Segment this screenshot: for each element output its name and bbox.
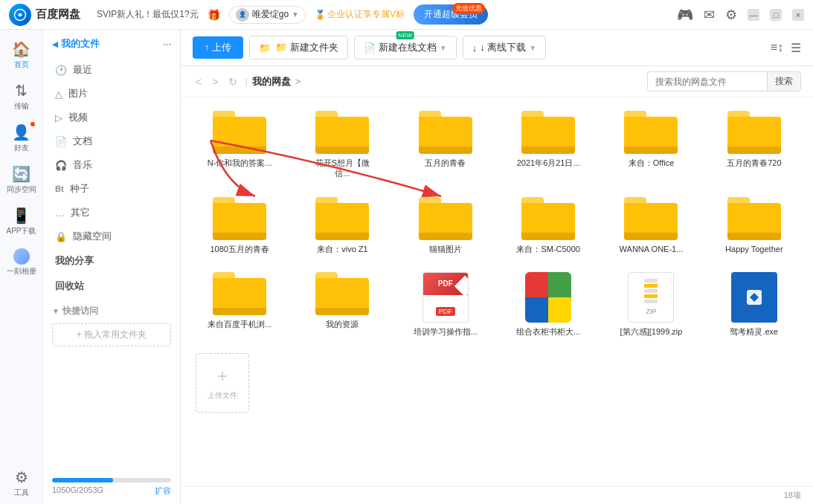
new-doc-icon: 📄 [364, 42, 376, 54]
file-item-3[interactable]: 2021年6月21日... [501, 106, 595, 184]
filetree-item-other[interactable]: … 其它 [43, 201, 180, 224]
new-folder-button[interactable]: 📁 📁 新建文件夹 [249, 36, 348, 59]
recent-label: 最近 [73, 63, 92, 77]
game-icon[interactable]: 🎮 [677, 7, 693, 23]
download-button[interactable]: ↓ ↓ 离线下载 ▼ [463, 36, 547, 59]
maximize-button[interactable]: □ [770, 9, 782, 21]
filetree-item-photos[interactable]: △ 图片 [43, 82, 180, 106]
zip-icon: ZIP [628, 272, 674, 323]
back-button[interactable]: < [193, 74, 205, 89]
nav-home-label: 首页 [14, 59, 29, 70]
file-item-2[interactable]: 五月的青春 [399, 106, 492, 184]
folder-icon-7 [315, 197, 369, 240]
filetree: ◀ 我的文件 ··· 🕐 最近 △ 图片 ▷ 视频 📄 文档 🎧 音乐 Bt 种… [43, 30, 181, 504]
nav-friends-label: 好友 [14, 143, 29, 153]
new-doc-button[interactable]: NEW 📄 新建在线文档 ▼ [354, 36, 457, 59]
mail-icon[interactable]: ✉ [704, 7, 715, 23]
file-item-13[interactable]: 我的资源 [295, 268, 389, 341]
add-quick-label: + 拖入常用文件夹 [77, 329, 147, 340]
status-bar: 18项 [181, 486, 813, 504]
upload-placeholder[interactable]: + 上传文件 [196, 353, 249, 413]
file-item-6[interactable]: 1080五月的青春 [193, 193, 286, 259]
file-name-6: 1080五月的青春 [210, 244, 269, 254]
music-icon: 🎧 [55, 160, 67, 171]
storage-fill [52, 478, 113, 482]
folder-icon-3 [521, 111, 575, 154]
my-share-section[interactable]: 我的分享 [43, 248, 180, 274]
promo-text: SVIP新人礼！最低仅1?元 [97, 8, 199, 21]
filetree-item-docs[interactable]: 📄 文档 [43, 129, 180, 153]
search-button[interactable]: 搜索 [767, 72, 800, 91]
storage-bar-section: 1050G/2053G 扩容 [43, 471, 180, 504]
file-item-9[interactable]: 来自：SM-C5000 [501, 193, 595, 259]
refresh-button[interactable]: ↻ [225, 74, 240, 89]
file-item-14[interactable]: PDF PDF 培训学习操作指... [399, 268, 492, 341]
filetree-item-music[interactable]: 🎧 音乐 [43, 153, 180, 177]
filetree-more-icon[interactable]: ··· [163, 39, 171, 50]
search-input[interactable] [648, 74, 767, 90]
file-name-14: 培训学习操作指... [414, 326, 478, 337]
file-name-0: N-你和我的答案... [208, 158, 272, 168]
breadcrumb-root[interactable]: 我的网盘 [252, 75, 291, 88]
close-button[interactable]: × [792, 9, 804, 21]
view-icon[interactable]: ☰ [791, 41, 801, 55]
filetree-item-recent[interactable]: 🕐 最近 [43, 58, 180, 82]
file-item-1[interactable]: 花开S想月【微信... [295, 106, 389, 184]
file-item-7[interactable]: 来自：vivo Z1 [295, 193, 389, 259]
file-item-8[interactable]: 猫猫图片 [399, 193, 492, 259]
file-name-5: 五月的青春720 [727, 158, 781, 168]
storage-used: 1050G/2053G [52, 485, 103, 497]
file-item-4[interactable]: 来自：Office [604, 106, 698, 184]
filetree-item-torrent[interactable]: Bt 种子 [43, 177, 180, 201]
settings-icon[interactable]: ⚙ [725, 7, 737, 23]
file-item-12[interactable]: 来自百度手机浏... [193, 268, 286, 341]
file-name-7: 来自：vivo Z1 [317, 244, 367, 254]
user-area[interactable]: 👤 唯爱绽go ▼ [229, 6, 306, 24]
exe-icon [731, 272, 777, 323]
enterprise-badge: 🏅 企业认证享专属V标 [315, 8, 405, 21]
folder-icon-5 [727, 111, 781, 154]
forward-button[interactable]: > [209, 74, 221, 89]
recycle-section[interactable]: 回收站 [43, 274, 180, 299]
plus-icon: + [217, 366, 228, 387]
nav-item-friends[interactable]: 👤 好友 [0, 117, 42, 159]
filetree-item-hidden[interactable]: 🔒 隐藏空间 [43, 224, 180, 248]
file-item-5[interactable]: 五月的青春720 [707, 106, 801, 184]
nav-item-album[interactable]: 一刻相册 [0, 242, 42, 282]
new-doc-badge: NEW [396, 31, 414, 39]
nav-item-tools[interactable]: ⚙ 工具 [0, 462, 42, 504]
add-quick-btn[interactable]: + 拖入常用文件夹 [52, 323, 171, 346]
new-folder-label: 📁 新建文件夹 [275, 41, 338, 54]
file-item-10[interactable]: WANNA ONE-1... [604, 193, 698, 259]
file-name-11: Happy Together [725, 244, 783, 254]
topbar: 百度网盘 SVIP新人礼！最低仅1?元 🎁 👤 唯爱绽go ▼ 🏅 企业认证享专… [0, 0, 813, 30]
minimize-button[interactable]: — [748, 9, 759, 21]
file-grid: N-你和我的答案... 花开S想月【微信... 五月的青春 [181, 97, 813, 486]
folder-icon-9 [521, 197, 575, 240]
gift-icon: 🎁 [208, 9, 220, 21]
recent-icon: 🕐 [55, 65, 67, 76]
file-name-17: 驾考精灵.exe [730, 326, 778, 337]
file-name-1: 花开S想月【微信... [309, 158, 376, 179]
breadcrumb-arrow: > [295, 76, 301, 87]
recycle-label: 回收站 [55, 280, 84, 291]
file-item-17[interactable]: 驾考精灵.exe [707, 268, 801, 341]
content-area: ↑ 上传 📁 📁 新建文件夹 NEW 📄 新建在线文档 ▼ ↓ ↓ 离线下载 ▼… [181, 30, 813, 504]
breadcrumb: < > ↻ | 我的网盘 > 搜索 [181, 66, 813, 97]
file-item-15[interactable]: 组合衣柜书柜大... [501, 268, 595, 341]
nav-item-transfer[interactable]: ⇅ 传输 [0, 76, 42, 117]
download-label: ↓ 离线下载 [480, 41, 526, 54]
file-item-11[interactable]: Happy Together [707, 193, 801, 259]
folder-icon-8 [419, 197, 472, 240]
file-item-16[interactable]: ZIP [第六感][1999.zip [604, 268, 698, 341]
file-item-0[interactable]: N-你和我的答案... [193, 106, 286, 184]
toolbar: ↑ 上传 📁 📁 新建文件夹 NEW 📄 新建在线文档 ▼ ↓ ↓ 离线下载 ▼… [181, 30, 813, 66]
nav-item-app[interactable]: 📱 APP下载 [0, 201, 42, 242]
nav-item-home[interactable]: 🏠 首页 [0, 34, 42, 76]
upload-button[interactable]: ↑ 上传 [193, 36, 243, 59]
sort-icon[interactable]: ≡↕ [771, 41, 783, 55]
nav-item-sync[interactable]: 🔄 同步空间 [0, 159, 42, 201]
sync-icon: 🔄 [12, 165, 30, 183]
expand-label[interactable]: 扩容 [155, 485, 171, 497]
filetree-item-video[interactable]: ▷ 视频 [43, 106, 180, 129]
